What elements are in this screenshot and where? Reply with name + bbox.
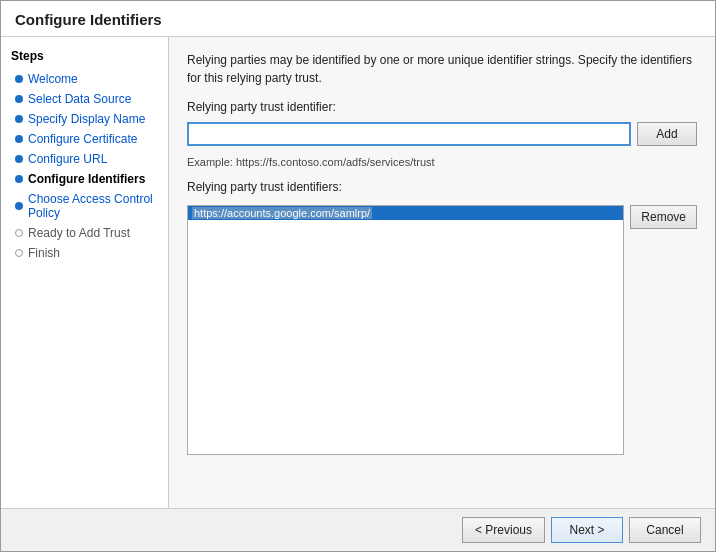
sidebar-item-welcome[interactable]: Welcome — [1, 69, 168, 89]
identifier-input-row: Add — [187, 122, 697, 146]
add-button[interactable]: Add — [637, 122, 697, 146]
previous-button[interactable]: < Previous — [462, 517, 545, 543]
identifier-list[interactable]: https://accounts.google.com/samlrp/ — [187, 205, 624, 455]
sidebar-link-welcome[interactable]: Welcome — [28, 72, 78, 86]
identifier-field-label: Relying party trust identifier: — [187, 99, 697, 114]
identifiers-list-label: Relying party trust identifiers: — [187, 180, 697, 194]
configure-identifiers-dialog: Configure Identifiers Steps Welcome Sele… — [0, 0, 716, 552]
dialog-title: Configure Identifiers — [15, 11, 162, 28]
dot-configure-certificate — [15, 135, 23, 143]
dot-ready-to-add-trust — [15, 229, 23, 237]
dot-specify-display-name — [15, 115, 23, 123]
identifiers-list-row: https://accounts.google.com/samlrp/ Remo… — [187, 205, 697, 455]
example-text: Example: https://fs.contoso.com/adfs/ser… — [187, 156, 697, 168]
dot-finish — [15, 249, 23, 257]
title-bar: Configure Identifiers — [1, 1, 715, 37]
dialog-footer: < Previous Next > Cancel — [1, 508, 715, 551]
description-text: Relying parties may be identified by one… — [187, 51, 697, 87]
sidebar-label-finish: Finish — [28, 246, 60, 260]
sidebar-link-specify-display-name[interactable]: Specify Display Name — [28, 112, 145, 126]
sidebar-label-ready-to-add-trust: Ready to Add Trust — [28, 226, 130, 240]
sidebar-item-select-data-source[interactable]: Select Data Source — [1, 89, 168, 109]
sidebar-item-ready-to-add-trust: Ready to Add Trust — [1, 223, 168, 243]
sidebar-link-configure-certificate[interactable]: Configure Certificate — [28, 132, 137, 146]
cancel-button[interactable]: Cancel — [629, 517, 701, 543]
main-content: Relying parties may be identified by one… — [169, 37, 715, 508]
url-highlight: https://accounts.google.com/samlrp/ — [192, 207, 372, 219]
dot-select-data-source — [15, 95, 23, 103]
sidebar-item-configure-identifiers: Configure Identifiers — [1, 169, 168, 189]
sidebar-item-configure-certificate[interactable]: Configure Certificate — [1, 129, 168, 149]
sidebar: Steps Welcome Select Data Source Specify… — [1, 37, 169, 508]
sidebar-item-specify-display-name[interactable]: Specify Display Name — [1, 109, 168, 129]
steps-label: Steps — [1, 45, 168, 69]
field-label-identifier: Relying party trust identifier: — [187, 100, 336, 114]
sidebar-label-configure-identifiers: Configure Identifiers — [28, 172, 145, 186]
sidebar-link-choose-access-control[interactable]: Choose Access Control Policy — [28, 192, 158, 220]
dot-configure-identifiers — [15, 175, 23, 183]
sidebar-item-choose-access-control[interactable]: Choose Access Control Policy — [1, 189, 168, 223]
sidebar-link-configure-url[interactable]: Configure URL — [28, 152, 107, 166]
next-button[interactable]: Next > — [551, 517, 623, 543]
remove-button[interactable]: Remove — [630, 205, 697, 229]
dot-welcome — [15, 75, 23, 83]
identifier-input[interactable] — [187, 122, 631, 146]
dialog-body: Steps Welcome Select Data Source Specify… — [1, 37, 715, 508]
sidebar-link-select-data-source[interactable]: Select Data Source — [28, 92, 131, 106]
dot-configure-url — [15, 155, 23, 163]
list-item[interactable]: https://accounts.google.com/samlrp/ — [188, 206, 623, 220]
dot-choose-access-control — [15, 202, 23, 210]
sidebar-item-finish: Finish — [1, 243, 168, 263]
sidebar-item-configure-url[interactable]: Configure URL — [1, 149, 168, 169]
